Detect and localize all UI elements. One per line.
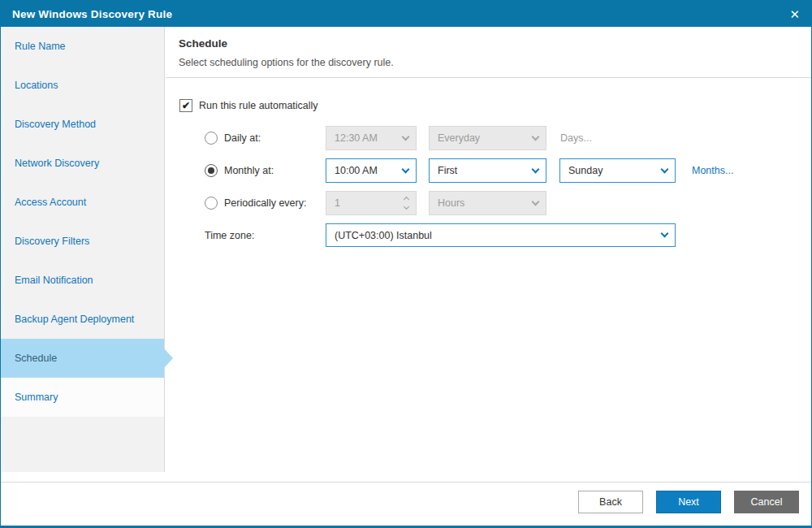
timezone-value: (UTC+03:00) Istanbul	[335, 230, 432, 241]
sidebar-item-rule-name[interactable]: Rule Name	[1, 27, 164, 66]
monthly-ordinal-value: First	[438, 165, 457, 176]
periodic-unit-select: Hours	[429, 191, 546, 215]
periodically-label: Periodically every:	[224, 197, 306, 209]
close-icon[interactable]: ✕	[789, 8, 800, 20]
new-windows-discovery-rule-dialog: New Windows Discovery Rule ✕ Rule Name L…	[0, 0, 812, 528]
run-automatically-label: Run this rule automatically	[199, 100, 318, 111]
periodic-unit-value: Hours	[438, 197, 464, 209]
daily-time-select: 12:30 AM	[326, 126, 417, 150]
chevron-down-icon	[532, 132, 540, 141]
footer-divider	[1, 482, 811, 483]
daily-frequency-value: Everyday	[438, 132, 480, 144]
daily-days-link-row: Days...	[560, 126, 592, 150]
stepper-arrows-icon	[404, 197, 408, 209]
periodic-value-stepper: 1	[326, 191, 417, 215]
run-automatically-checkbox[interactable]: ✔	[179, 99, 192, 112]
periodically-radio-row: Periodically every:	[205, 191, 306, 215]
wizard-steps-sidebar: Rule Name Locations Discovery Method Net…	[1, 27, 165, 472]
monthly-label: Monthly at:	[224, 165, 274, 176]
timezone-label: Time zone:	[205, 230, 254, 241]
sidebar-item-discovery-method[interactable]: Discovery Method	[1, 105, 164, 144]
months-link[interactable]: Months...	[692, 165, 733, 176]
sidebar-item-email-notification[interactable]: Email Notification	[1, 261, 164, 300]
periodic-value: 1	[335, 197, 340, 209]
timezone-select[interactable]: (UTC+03:00) Istanbul	[326, 223, 676, 247]
daily-label: Daily at:	[224, 132, 261, 144]
sidebar-item-discovery-filters[interactable]: Discovery Filters	[1, 222, 164, 261]
next-button[interactable]: Next	[656, 491, 721, 513]
sidebar-item-schedule[interactable]: Schedule	[1, 339, 164, 378]
step-header: Schedule Select scheduling options for t…	[166, 27, 811, 78]
monthly-time-value: 10:00 AM	[335, 165, 378, 176]
chevron-down-icon	[661, 165, 669, 173]
titlebar: New Windows Discovery Rule ✕	[1, 1, 811, 27]
sidebar-item-network-discovery[interactable]: Network Discovery	[1, 144, 164, 183]
days-link: Days...	[560, 132, 592, 144]
daily-frequency-select: Everyday	[429, 126, 546, 150]
chevron-up-icon	[404, 197, 409, 202]
chevron-down-icon	[532, 165, 540, 173]
timezone-label-row: Time zone:	[205, 223, 254, 247]
step-title: Schedule	[179, 37, 811, 50]
back-button[interactable]: Back	[578, 491, 643, 513]
monthly-months-link-row: Months...	[692, 158, 733, 183]
monthly-radio-row: Monthly at:	[205, 158, 274, 183]
monthly-weekday-value: Sunday	[568, 165, 603, 176]
chevron-down-icon	[402, 165, 410, 173]
daily-radio[interactable]	[205, 132, 218, 145]
sidebar-item-locations[interactable]: Locations	[1, 66, 164, 105]
daily-time-value: 12:30 AM	[335, 132, 378, 144]
chevron-down-icon	[532, 197, 540, 206]
cancel-button[interactable]: Cancel	[734, 491, 799, 513]
periodically-radio[interactable]	[205, 197, 218, 210]
chevron-down-icon	[404, 204, 409, 210]
daily-radio-row: Daily at:	[205, 126, 261, 150]
monthly-radio[interactable]	[205, 164, 218, 177]
sidebar-item-summary[interactable]: Summary	[1, 378, 164, 417]
step-subtitle: Select scheduling options for the discov…	[179, 57, 811, 68]
check-icon: ✔	[182, 100, 190, 111]
chevron-down-icon	[402, 132, 410, 141]
monthly-time-select[interactable]: 10:00 AM	[326, 158, 417, 183]
chevron-down-icon	[661, 230, 669, 238]
monthly-ordinal-select[interactable]: First	[429, 158, 546, 183]
monthly-weekday-select[interactable]: Sunday	[559, 158, 676, 183]
sidebar-item-backup-agent-deployment[interactable]: Backup Agent Deployment	[1, 300, 164, 339]
sidebar-item-access-account[interactable]: Access Account	[1, 183, 164, 222]
window-title: New Windows Discovery Rule	[12, 8, 172, 20]
run-automatically-row: ✔ Run this rule automatically	[179, 93, 318, 118]
